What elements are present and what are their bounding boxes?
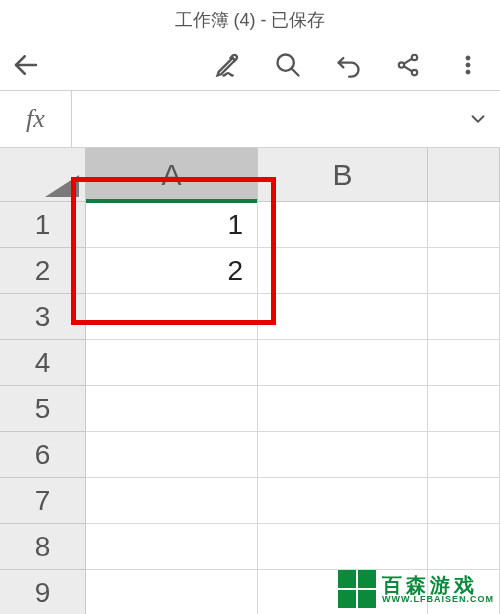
cell-A5[interactable] bbox=[86, 386, 258, 432]
column-header-B[interactable]: B bbox=[258, 148, 428, 202]
cell-rest-5[interactable] bbox=[428, 386, 500, 432]
row-6: 6 bbox=[0, 432, 500, 478]
cell-A7[interactable] bbox=[86, 478, 258, 524]
cell-rest-2[interactable] bbox=[428, 248, 500, 294]
svg-point-10 bbox=[466, 70, 470, 74]
select-all-corner[interactable] bbox=[0, 148, 86, 202]
cell-rest-8[interactable] bbox=[428, 524, 500, 570]
cell-A4[interactable] bbox=[86, 340, 258, 386]
cell-A3[interactable] bbox=[86, 294, 258, 340]
spreadsheet-grid: A B 1 1 2 2 3 4 5 6 7 bbox=[0, 148, 500, 614]
row-7: 7 bbox=[0, 478, 500, 524]
cell-rest-7[interactable] bbox=[428, 478, 500, 524]
row-5: 5 bbox=[0, 386, 500, 432]
row-2: 2 2 bbox=[0, 248, 500, 294]
watermark: 百森游戏 WWW.LFBAISEN.COM bbox=[338, 570, 494, 608]
undo-icon[interactable] bbox=[332, 49, 364, 81]
cell-B7[interactable] bbox=[258, 478, 428, 524]
row-4: 4 bbox=[0, 340, 500, 386]
column-header-rest[interactable] bbox=[428, 148, 500, 202]
column-header-row: A B bbox=[0, 148, 500, 202]
row-header[interactable]: 3 bbox=[0, 294, 86, 340]
cell-B8[interactable] bbox=[258, 524, 428, 570]
cell-rest-1[interactable] bbox=[428, 202, 500, 248]
svg-line-7 bbox=[404, 66, 413, 71]
cell-A6[interactable] bbox=[86, 432, 258, 478]
row-header[interactable]: 7 bbox=[0, 478, 86, 524]
watermark-cn: 百森游戏 bbox=[382, 575, 494, 595]
formula-bar: fx bbox=[0, 90, 500, 148]
search-icon[interactable] bbox=[272, 49, 304, 81]
back-button[interactable] bbox=[10, 49, 42, 81]
cell-rest-3[interactable] bbox=[428, 294, 500, 340]
cell-B5[interactable] bbox=[258, 386, 428, 432]
more-icon[interactable] bbox=[452, 49, 484, 81]
chevron-down-icon[interactable] bbox=[456, 91, 500, 147]
row-header[interactable]: 5 bbox=[0, 386, 86, 432]
cell-B4[interactable] bbox=[258, 340, 428, 386]
cell-A2[interactable]: 2 bbox=[86, 248, 258, 294]
fx-label[interactable]: fx bbox=[0, 91, 72, 147]
formula-input[interactable] bbox=[72, 91, 456, 147]
titlebar: 工作簿 (4) - 已保存 bbox=[0, 0, 500, 40]
cell-A1[interactable]: 1 bbox=[86, 202, 258, 248]
cell-A8[interactable] bbox=[86, 524, 258, 570]
watermark-text: 百森游戏 WWW.LFBAISEN.COM bbox=[382, 575, 494, 604]
document-title: 工作簿 (4) - 已保存 bbox=[175, 8, 326, 32]
cell-B2[interactable] bbox=[258, 248, 428, 294]
cell-A9[interactable] bbox=[86, 570, 258, 614]
pen-icon[interactable] bbox=[212, 49, 244, 81]
cell-B6[interactable] bbox=[258, 432, 428, 478]
row-header[interactable]: 1 bbox=[0, 202, 86, 248]
row-8: 8 bbox=[0, 524, 500, 570]
watermark-logo-icon bbox=[338, 570, 376, 608]
cell-B1[interactable] bbox=[258, 202, 428, 248]
row-header[interactable]: 9 bbox=[0, 570, 86, 614]
svg-line-6 bbox=[404, 59, 413, 64]
toolbar bbox=[0, 40, 500, 90]
cell-B3[interactable] bbox=[258, 294, 428, 340]
row-1: 1 1 bbox=[0, 202, 500, 248]
row-header[interactable]: 8 bbox=[0, 524, 86, 570]
row-3: 3 bbox=[0, 294, 500, 340]
cell-rest-4[interactable] bbox=[428, 340, 500, 386]
svg-point-9 bbox=[466, 63, 470, 67]
share-icon[interactable] bbox=[392, 49, 424, 81]
svg-line-2 bbox=[292, 69, 299, 76]
row-header[interactable]: 6 bbox=[0, 432, 86, 478]
cell-rest-6[interactable] bbox=[428, 432, 500, 478]
row-header[interactable]: 4 bbox=[0, 340, 86, 386]
watermark-en: WWW.LFBAISEN.COM bbox=[382, 595, 494, 604]
triangle-icon bbox=[45, 175, 79, 197]
column-header-A[interactable]: A bbox=[86, 148, 258, 202]
svg-point-8 bbox=[466, 56, 470, 60]
row-header[interactable]: 2 bbox=[0, 248, 86, 294]
